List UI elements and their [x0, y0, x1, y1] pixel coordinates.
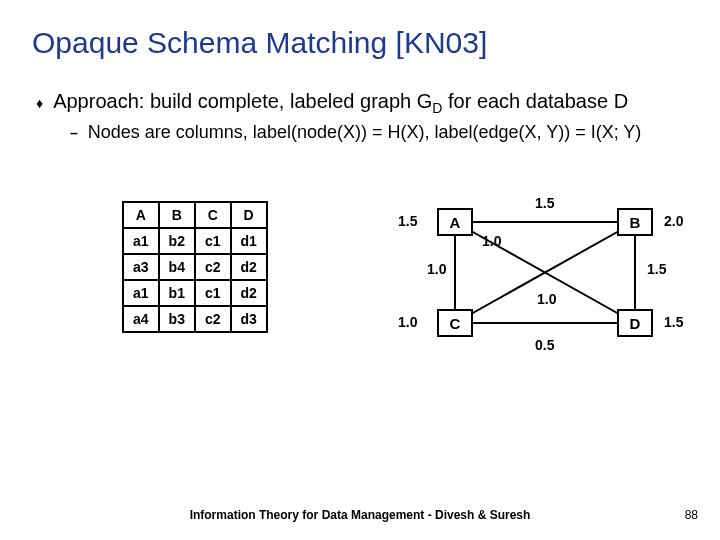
- cell: c1: [195, 228, 231, 254]
- cell: d2: [231, 280, 267, 306]
- cell: d1: [231, 228, 267, 254]
- content-row: A B C D a1 b2 c1 d1 a3 b4 c2 d2: [32, 183, 688, 403]
- bullet-list: ♦ Approach: build complete, labeled grap…: [36, 90, 688, 143]
- bullet-1-suffix: for each database D: [442, 90, 628, 112]
- node-label-b: 2.0: [664, 213, 683, 229]
- bullet-2-text: Nodes are columns, label(node(X)) = H(X)…: [88, 122, 642, 143]
- table-header-row: A B C D: [123, 202, 267, 228]
- cell: b1: [159, 280, 195, 306]
- slide-footer: Information Theory for Data Management -…: [0, 508, 720, 522]
- slide-title: Opaque Schema Matching [KN03]: [32, 26, 688, 60]
- cell: a1: [123, 228, 159, 254]
- col-header: B: [159, 202, 195, 228]
- graph-node-a: A: [437, 208, 473, 236]
- bullet-1-prefix: Approach: build complete, labeled graph …: [53, 90, 432, 112]
- graph-node-c: C: [437, 309, 473, 337]
- cell: c2: [195, 306, 231, 332]
- bullet-1-text: Approach: build complete, labeled graph …: [53, 90, 628, 116]
- page-number: 88: [685, 508, 698, 522]
- graph-node-d: D: [617, 309, 653, 337]
- cell: d2: [231, 254, 267, 280]
- edge-label-bd: 1.5: [647, 261, 666, 277]
- cell: c1: [195, 280, 231, 306]
- edge-label-cd: 0.5: [535, 337, 554, 353]
- slide: Opaque Schema Matching [KN03] ♦ Approach…: [0, 0, 720, 540]
- table-row: a1 b1 c1 d2: [123, 280, 267, 306]
- edge-label-ac: 1.0: [482, 233, 501, 249]
- table-row: a4 b3 c2 d3: [123, 306, 267, 332]
- edge-label-diag2: 1.0: [537, 291, 556, 307]
- cell: a3: [123, 254, 159, 280]
- cell: d3: [231, 306, 267, 332]
- cell: a1: [123, 280, 159, 306]
- data-table: A B C D a1 b2 c1 d1 a3 b4 c2 d2: [122, 201, 268, 333]
- col-header: A: [123, 202, 159, 228]
- edge-label-ab: 1.5: [535, 195, 554, 211]
- col-header: D: [231, 202, 267, 228]
- table-row: a1 b2 c1 d1: [123, 228, 267, 254]
- edge-label-diag1: 1.0: [427, 261, 446, 277]
- node-label-a: 1.5: [398, 213, 417, 229]
- node-label-d: 1.5: [664, 314, 683, 330]
- diamond-icon: ♦: [36, 95, 43, 111]
- table-row: a3 b4 c2 d2: [123, 254, 267, 280]
- graph-diagram: A B C D 1.5 1.5 2.0 1.0 1.0 1.5 1.0 1.0 …: [382, 183, 712, 373]
- cell: b3: [159, 306, 195, 332]
- bullet-1-sub: D: [432, 100, 442, 116]
- node-label-c: 1.0: [398, 314, 417, 330]
- bullet-level-1: ♦ Approach: build complete, labeled grap…: [36, 90, 688, 116]
- cell: c2: [195, 254, 231, 280]
- dash-icon: –: [70, 125, 78, 141]
- cell: b4: [159, 254, 195, 280]
- cell: b2: [159, 228, 195, 254]
- bullet-level-2: – Nodes are columns, label(node(X)) = H(…: [70, 122, 688, 143]
- col-header: C: [195, 202, 231, 228]
- cell: a4: [123, 306, 159, 332]
- graph-node-b: B: [617, 208, 653, 236]
